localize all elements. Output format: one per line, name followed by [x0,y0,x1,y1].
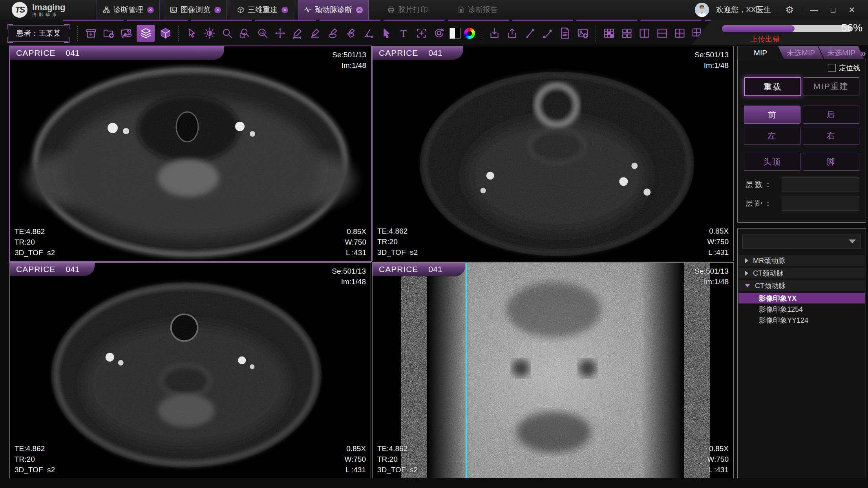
window-level-overlay: 0.85XW:750L :431 [345,226,366,258]
layout-grid-4-gap-icon[interactable] [619,25,634,42]
viewport-1[interactable]: CAPRICE 041 Se:501/13Im:1/48 TE:4.862TR:… [9,46,372,262]
series-overlay: Se:501/13Im:1/48 [332,49,366,71]
tree-item-ct-carotid-2[interactable]: CT颈动脉 [738,280,865,291]
tab-mip-unselected-2[interactable]: 未选MIP [819,46,864,59]
pan-icon[interactable] [273,25,287,42]
layout-split-vertical-icon[interactable] [637,25,651,42]
upload-icon[interactable] [505,25,519,42]
window-level-overlay: 0.85XW:750L :431 [707,443,729,475]
app-brand: TS Imaging 清影华康 [0,0,97,20]
close-button[interactable]: ✕ [846,5,858,15]
divider [778,5,778,15]
orientation-left-button[interactable]: 左 [744,127,800,145]
tab-3d-reconstruction[interactable]: 三维重建 ✕ [231,0,294,20]
orientation-back-button[interactable]: 后 [803,106,859,124]
viewport-title-banner: CAPRICE 041 [10,263,95,276]
app-tabstrip: 诊断管理 ✕ 图像浏览 ✕ 三维重建 ✕ 颈动脉诊断 ✕ 胶片打印 诊断报告 [97,0,512,20]
download-icon[interactable] [487,25,501,42]
user-avatar[interactable] [695,3,709,17]
archive-add-icon[interactable] [84,25,98,42]
tab-diagnosis-management[interactable]: 诊断管理 ✕ [97,0,160,20]
tab-carotid-diagnosis[interactable]: 颈动脉诊断 ✕ [298,0,369,20]
measure-angle-icon[interactable] [308,25,322,42]
tab-label: 颈动脉诊断 [315,5,352,15]
tab-image-browse[interactable]: 图像浏览 ✕ [164,0,227,20]
viewport-2[interactable]: CAPRICE 041 Se:501/13Im:1/48 TE:4.862TR:… [372,46,734,261]
series-dropdown[interactable] [742,234,861,249]
viewport-title-banner: CAPRICE 041 [373,46,463,60]
pen-icon[interactable] [523,25,537,42]
tree-item-impression-yy124[interactable]: 影像印象YY124 [738,315,865,325]
viewport-3[interactable]: CAPRICE 041 Se:501/13Im:1/48 TE:4.862TR:… [9,262,371,479]
maximize-button[interactable]: □ [827,5,839,15]
acquisition-overlay: TE:4.862TR:203D_TOF s2 [377,226,418,258]
layer-count-input[interactable] [782,177,859,192]
text-tool-icon[interactable]: T [397,25,411,42]
caret-expanded-icon[interactable] [745,284,750,287]
invert-grayscale-icon[interactable] [450,28,460,39]
reload-button[interactable]: 重载 [744,77,801,96]
draw-ellipse-icon[interactable] [326,25,340,42]
zoom-icon[interactable] [220,25,234,42]
layout-grid-9-icon[interactable] [602,25,616,42]
crosshair-line[interactable] [466,263,467,478]
tab-close-icon[interactable]: ✕ [356,7,363,13]
tree-item-ct-carotid-1[interactable]: CT颈动脉 [738,268,865,278]
tab-diagnosis-report[interactable]: 诊断报告 [442,0,512,20]
zoom-region-icon[interactable] [238,25,252,42]
tree-item-mr-carotid[interactable]: MR颈动脉 [738,255,865,266]
add-region-icon[interactable] [414,25,428,42]
image-upload-icon[interactable] [576,25,590,42]
angle-tool-icon[interactable] [361,25,375,42]
patient-name-box[interactable]: 患者：王某某 [9,25,68,42]
tab-close-icon[interactable]: ✕ [214,7,221,13]
brush-icon[interactable] [540,25,554,42]
color-wheel-icon[interactable] [464,28,475,39]
folder-add-icon[interactable] [101,25,115,42]
tree-item-impression-yx[interactable]: 影像印象YX [738,293,865,303]
brightness-contrast-icon[interactable] [202,25,216,42]
mip-rebuild-button[interactable]: MIP重建 [803,77,859,95]
rotate-icon[interactable] [432,25,446,42]
mip-controls-box: 定位线 重载 MIP重建 前 后 左 右 头顶 脚 层数： [737,59,866,223]
tab-film-print[interactable]: 胶片打印 [373,0,442,20]
tab-close-icon[interactable]: ✕ [147,7,154,13]
checkbox-icon[interactable] [828,64,836,72]
orientation-front-button[interactable]: 前 [744,106,800,124]
layers-icon[interactable] [137,25,155,42]
upload-progress-bar [722,25,852,32]
app-subtitle: 清影华康 [32,13,65,17]
photo-icon[interactable] [119,25,133,42]
toolbar: 患者：王某某 x2 T [0,20,868,45]
cube-3d-icon[interactable] [158,25,172,42]
localizer-line-checkbox[interactable]: 定位线 [828,63,860,73]
viewer-grid: CAPRICE 041 Se:501/13Im:1/48 TE:4.862TR:… [0,45,868,488]
more-tabs-chevron-icon[interactable]: » [861,47,866,59]
settings-gear-icon[interactable]: ⚙ [785,4,794,15]
measure-length-icon[interactable] [291,25,305,42]
window-level-overlay: 0.85XW:750L :431 [707,226,729,258]
pointer-icon[interactable] [379,25,393,42]
caret-collapsed-icon[interactable] [745,258,748,263]
tab-close-icon[interactable]: ✕ [281,7,288,13]
layer-gap-input[interactable] [782,196,859,211]
bottom-strip [0,478,868,488]
viewport-title-banner: CAPRICE 041 [373,263,465,276]
draw-polygon-icon[interactable] [344,25,358,42]
layout-grid-4-icon[interactable] [672,25,687,42]
viewport-4[interactable]: CAPRICE 041 Se:501/13Im:1/48 TE:4.862TR:… [372,262,734,479]
orientation-right-button[interactable]: 右 [803,127,859,145]
tab-mip-unselected-1[interactable]: 未选MIP [778,46,824,59]
study-number: 041 [428,48,442,58]
minimize-button[interactable]: — [808,5,820,15]
orientation-head-button[interactable]: 头顶 [744,153,800,171]
series-tree: MR颈动脉 CT颈动脉 CT颈动脉 影像印象YX 影像印象1254 影像印象 [738,255,865,326]
tree-item-impression-1254[interactable]: 影像印象1254 [738,304,865,314]
layout-split-horizontal-icon[interactable] [655,25,669,42]
tab-mip[interactable]: MIP [737,46,783,59]
orientation-foot-button[interactable]: 脚 [803,153,859,171]
cursor-icon[interactable] [185,25,199,42]
caret-collapsed-icon[interactable] [745,271,748,276]
zoom-2x-icon[interactable]: x2 [255,25,269,42]
report-add-icon[interactable] [558,25,572,42]
